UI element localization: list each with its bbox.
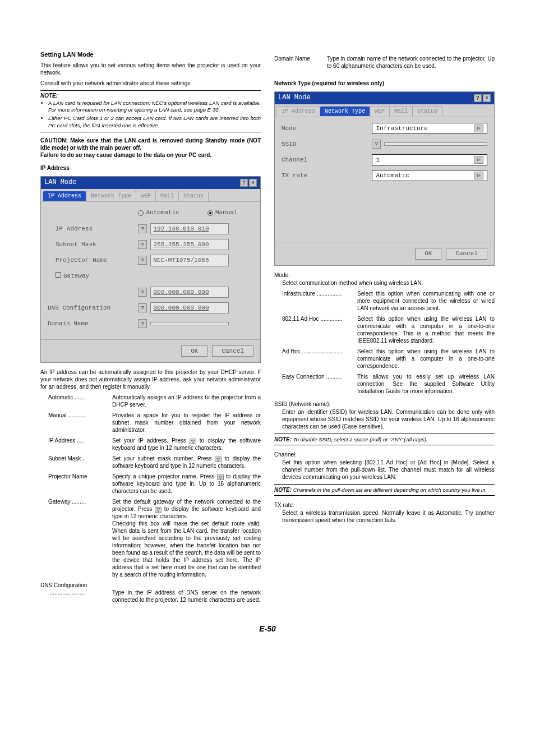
def-dns-config-label: DNS Configuration (40, 582, 261, 589)
help-icon[interactable]: ? (240, 179, 248, 187)
keyboard-icon[interactable]: ▽ (138, 256, 147, 265)
page-number: E-50 (40, 624, 495, 634)
network-type-heading: Network Type (required for wireless only… (274, 80, 495, 87)
keyboard-icon: ▽ (217, 474, 224, 480)
keyboard-icon: ▽ (190, 439, 196, 444)
tab-ip-address[interactable]: IP Address (43, 191, 86, 201)
keyboard-icon: ▽ (155, 507, 162, 513)
ok-button[interactable]: OK (415, 248, 441, 259)
help-icon[interactable]: ? (474, 94, 482, 102)
lan-mode-dialog-ip: LAN Mode ? × IP Address Network Type WEP… (40, 176, 261, 363)
mode-para: Select communication method when using w… (274, 279, 495, 287)
def-automatic: Automatic ....... Automatically assigns … (48, 394, 261, 408)
subnet-mask-field[interactable]: 255.255.255.000 (150, 239, 229, 250)
ssid-para: Enter an identifier (SSID) for wireless … (274, 408, 495, 430)
gateway-checkbox[interactable]: Gateway (48, 272, 138, 280)
def-infrastructure: Infrastructure ................ Select t… (282, 290, 495, 312)
channel-dropdown[interactable]: 1▷ (372, 154, 487, 165)
ip-explain-para: An IP address can be automatically assig… (40, 368, 261, 390)
def-ip-address: IP Address ..... Set your IP address. Pr… (48, 437, 261, 451)
tab-status[interactable]: Status (412, 106, 442, 117)
tab-network-type[interactable]: Network Type (86, 191, 136, 201)
ssid-label: SSID (282, 140, 372, 148)
caution-text: CAUTION: Make sure that the LAN card is … (40, 137, 261, 159)
def-subnet-mask: Subnet Mask .. Set your subnet mask numb… (48, 455, 261, 469)
ssid-field[interactable] (384, 142, 487, 146)
tab-status[interactable]: Status (178, 191, 209, 201)
keyboard-icon[interactable]: ▽ (138, 288, 147, 297)
intro-para-2: Consult with your network administrator … (40, 80, 261, 87)
def-manual: Manual ........... Provides a space for … (48, 412, 261, 434)
tx-rate-para: Select a wireless transmission speed. No… (274, 509, 495, 524)
tab-mail[interactable]: Mail (155, 191, 179, 201)
mode-header: Mode: (274, 271, 495, 279)
tx-rate-label: TX rate (282, 172, 372, 179)
mode-label: Mode (282, 125, 372, 132)
channel-para: Set this option when selecting [802.11 A… (274, 459, 495, 481)
note-box: NOTE: A LAN card is required for LAN con… (40, 90, 261, 132)
mode-dropdown[interactable]: Infrastructure▷ (372, 123, 487, 134)
chevron-right-icon: ▷ (474, 156, 483, 164)
gateway-field[interactable]: 000.000.000.000 (150, 287, 229, 298)
dialog-titlebar: LAN Mode ? × (41, 177, 260, 189)
def-dns-config: ....................... Type in the IP a… (40, 589, 261, 603)
projector-name-field[interactable]: NEC-MT1075/1065 (150, 255, 229, 266)
channel-header: Channel: (274, 451, 495, 458)
dialog-title: LAN Mode (44, 178, 77, 187)
keyboard-icon: ▽ (215, 457, 222, 462)
def-domain-name: Domain Name Type in domain name of the n… (274, 55, 495, 70)
projector-name-label: Projector Name (48, 256, 138, 264)
def-projector-name: Projector Name Specify a unique projecto… (48, 473, 261, 495)
radio-automatic[interactable]: Automatic (138, 209, 179, 216)
heading-setting-lan: Setting LAN Mode (40, 50, 261, 58)
intro-para-1: This feature allows you to set various s… (40, 62, 261, 76)
dialog-tabs: IP Address Network Type WEP Mail Status (275, 104, 494, 117)
tab-wep[interactable]: WEP (136, 191, 156, 201)
close-icon[interactable]: × (249, 179, 257, 187)
dns-config-field[interactable]: 000.000.000.000 (150, 302, 229, 314)
note-item-1: A LAN card is required for LAN connectio… (48, 100, 261, 114)
chevron-right-icon: ▷ (474, 125, 483, 132)
tx-rate-header: TX rate: (274, 501, 495, 509)
keyboard-icon[interactable]: ▽ (138, 303, 147, 312)
domain-name-label: Domain Name (48, 320, 138, 328)
note-item-2: Either PC Card Slots 1 or 2 can accept L… (48, 115, 261, 129)
close-icon[interactable]: × (483, 94, 491, 102)
ssid-note: NOTE: To disable SSID, select a space (n… (274, 434, 495, 445)
ok-button[interactable]: OK (181, 345, 207, 357)
dialog-title: LAN Mode (278, 94, 311, 103)
keyboard-icon[interactable]: ▽ (138, 319, 147, 328)
channel-label: Channel (282, 156, 372, 164)
def-easy-connection: Easy Connection .......... This allows y… (282, 373, 495, 395)
subnet-mask-label: Subnet Mask (48, 241, 138, 248)
domain-name-field[interactable] (150, 322, 229, 325)
keyboard-icon[interactable]: ▽ (372, 140, 381, 149)
ssid-header: SSID (Network name): (274, 400, 495, 408)
tab-mail[interactable]: Mail (389, 106, 413, 117)
tab-network-type[interactable]: Network Type (320, 106, 370, 117)
radio-manual[interactable]: Manual (207, 209, 238, 216)
tx-rate-dropdown[interactable]: Automatic▷ (372, 170, 487, 181)
def-80211-adhoc: 802.11 Ad Hoc .............. Select this… (282, 315, 495, 344)
def-gateway: Gateway ......... Set the default gatewa… (48, 498, 261, 578)
tab-wep[interactable]: WEP (370, 106, 390, 117)
dialog-titlebar: LAN Mode ? × (275, 92, 494, 104)
keyboard-icon[interactable]: ▽ (138, 240, 147, 249)
def-adhoc: Ad Hoc .......................... Select… (282, 348, 495, 370)
ip-address-label: IP Address (48, 225, 138, 233)
cancel-button[interactable]: Cancel (446, 248, 487, 259)
lan-mode-dialog-network-type: LAN Mode ? × IP Address Network Type WEP… (274, 91, 495, 266)
ip-address-field[interactable]: 192.168.010.010 (150, 223, 229, 234)
channel-note: NOTE: Channels in the pull-down list are… (274, 484, 495, 496)
chevron-right-icon: ▷ (474, 172, 483, 179)
ip-address-heading: IP Address (40, 164, 261, 172)
note-label: NOTE: (40, 93, 58, 99)
keyboard-icon[interactable]: ▽ (138, 224, 147, 233)
tab-ip-address[interactable]: IP Address (276, 106, 320, 117)
dialog-tabs: IP Address Network Type WEP Mail Status (41, 189, 260, 202)
cancel-button[interactable]: Cancel (212, 345, 253, 357)
dns-config-label: DNS Configuration (48, 304, 138, 312)
